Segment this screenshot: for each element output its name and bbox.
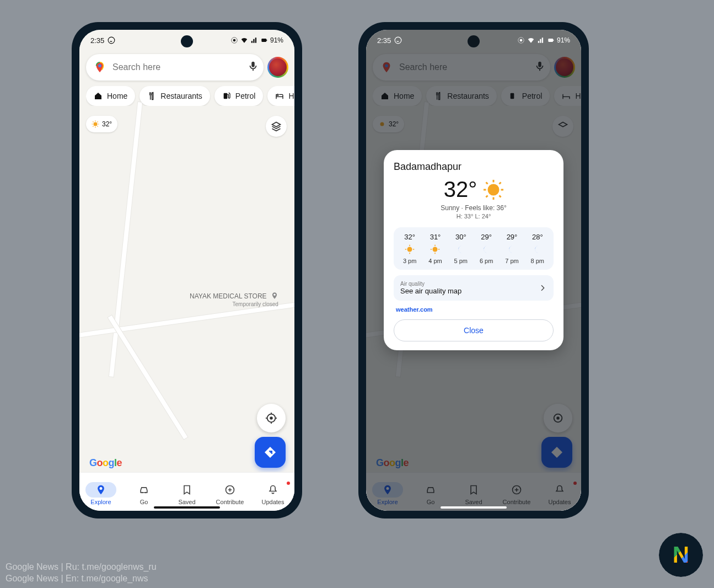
forecast-item: 29°6 pm — [474, 233, 499, 264]
wifi-icon — [527, 36, 535, 44]
svg-point-19 — [270, 416, 273, 420]
nav-updates[interactable]: Updates — [251, 473, 294, 511]
svg-point-45 — [488, 184, 500, 195]
air-quality-row[interactable]: Air quality See air quality map — [394, 275, 554, 301]
svg-line-14 — [98, 126, 98, 127]
svg-rect-6 — [251, 62, 255, 67]
svg-point-24 — [100, 487, 103, 490]
fuel-icon — [222, 92, 231, 100]
nav-contribute[interactable]: Contribute — [208, 473, 251, 511]
mic-icon[interactable] — [247, 60, 259, 74]
forecast-temp: 30° — [455, 233, 466, 241]
search-input[interactable] — [111, 62, 241, 73]
forecast-time: 6 pm — [480, 258, 493, 264]
forecast-time: 5 pm — [454, 258, 468, 264]
screen-right: 2:35 91% Home Restaurant — [366, 30, 581, 511]
forecast-temp: 29° — [507, 233, 518, 241]
profile-avatar[interactable] — [268, 57, 288, 77]
svg-rect-3 — [261, 39, 266, 42]
bell-icon — [267, 484, 278, 495]
svg-point-17 — [273, 294, 276, 296]
moon-icon — [456, 244, 466, 254]
svg-point-5 — [98, 65, 101, 68]
forecast-item: 31°4 pm — [422, 233, 448, 264]
svg-point-54 — [407, 247, 412, 252]
signal-icon — [537, 36, 545, 44]
battery-percent: 91% — [557, 36, 570, 44]
svg-rect-4 — [266, 40, 267, 41]
weather-location: Badamadhapur — [394, 161, 554, 173]
phone-frame-left: 2:35 91% — [72, 22, 302, 518]
whatsapp-icon — [108, 36, 115, 44]
svg-line-52 — [486, 195, 488, 197]
moon-icon — [481, 244, 491, 254]
forecast-item: 32°3 pm — [397, 233, 422, 264]
nav-saved[interactable]: Saved — [165, 473, 208, 511]
sun-icon — [484, 180, 503, 200]
forecast-temp: 29° — [481, 233, 492, 241]
chip-home[interactable]: Home — [86, 86, 135, 106]
svg-point-59 — [433, 247, 438, 252]
sun-icon — [405, 244, 415, 254]
svg-rect-7 — [224, 93, 228, 99]
watermark-line: Google News | Ru: t.me/googlenws_ru — [6, 561, 157, 573]
svg-rect-33 — [548, 39, 553, 42]
svg-point-31 — [520, 39, 523, 42]
chip-restaurants[interactable]: Restaurants — [139, 86, 210, 106]
svg-line-50 — [486, 182, 488, 184]
forecast-time: 3 pm — [403, 258, 416, 264]
battery-percent: 91% — [270, 36, 283, 44]
bookmark-icon — [181, 484, 192, 495]
moon-icon — [533, 244, 543, 254]
chevron-right-icon — [538, 284, 547, 292]
search-pill[interactable] — [86, 54, 264, 81]
nav-go[interactable]: Go — [122, 473, 165, 511]
weather-source-link[interactable]: weather.com — [396, 306, 554, 313]
car-icon — [138, 484, 149, 495]
svg-point-8 — [94, 122, 98, 126]
home-indicator[interactable] — [441, 506, 507, 509]
svg-line-15 — [93, 126, 93, 127]
forecast-item: 29°7 pm — [499, 233, 524, 264]
place-status: Temporarily closed — [190, 301, 278, 308]
nav-explore[interactable]: Explore — [79, 473, 122, 511]
close-button[interactable]: Close — [394, 319, 554, 341]
forecast-row[interactable]: 32°3 pm31°4 pm30°5 pm29°6 pm29°7 pm28°8 … — [394, 227, 554, 270]
svg-line-16 — [98, 121, 98, 122]
phone-frame-right: 2:35 91% Home Restaurant — [358, 22, 589, 518]
svg-line-53 — [500, 182, 501, 184]
layers-button[interactable] — [266, 116, 287, 137]
place-pin-icon — [271, 292, 278, 301]
chip-label: Petrol — [235, 92, 256, 100]
weather-summary: Sunny · Feels like: 36° — [394, 204, 554, 212]
svg-line-51 — [500, 195, 501, 197]
google-watermark: Google — [89, 457, 122, 469]
forecast-item: 30°5 pm — [448, 233, 474, 264]
nav-label: Saved — [178, 499, 195, 505]
maps-pin-icon — [94, 61, 106, 73]
home-indicator[interactable] — [154, 506, 220, 509]
forecast-temp: 28° — [532, 233, 543, 241]
logo-letter: N — [673, 542, 689, 568]
status-bar: 2:35 91% — [366, 30, 581, 51]
aq-value: See air quality map — [400, 287, 461, 295]
directions-fab[interactable] — [255, 437, 286, 468]
my-location-button[interactable] — [257, 404, 286, 432]
nav-label: Contribute — [216, 499, 244, 505]
category-chips: Home Restaurants Petrol Hotels — [86, 86, 294, 106]
bottom-nav: Explore Go Saved Contribute Updates — [79, 472, 294, 511]
screen-left: 2:35 91% — [79, 30, 294, 511]
moon-icon — [507, 244, 517, 254]
chip-label: Home — [107, 92, 127, 100]
map-place-label[interactable]: NAYAK MEDICAL STORE Temporarily closed — [190, 292, 278, 308]
forecast-temp: 32° — [404, 233, 415, 241]
chip-hotels[interactable]: Hotels — [267, 86, 294, 106]
sun-icon — [430, 244, 440, 254]
status-time: 2:35 — [377, 36, 391, 45]
svg-line-13 — [93, 121, 93, 122]
battery-icon — [547, 36, 555, 44]
svg-point-26 — [145, 491, 147, 493]
weather-main-temp: 32° — [394, 177, 554, 202]
map-weather-chip[interactable]: 32° — [86, 116, 117, 132]
chip-petrol[interactable]: Petrol — [214, 86, 264, 106]
